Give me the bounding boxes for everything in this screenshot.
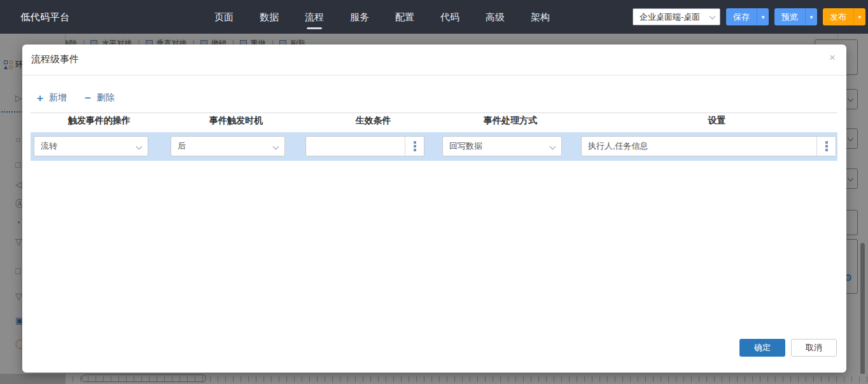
operation-select-value: 流转 — [41, 141, 57, 151]
topbar-actions: 企业桌面端-桌面 保存 ▾ 预览 ▾ 发布 ▾ — [633, 8, 865, 25]
save-button-group: 保存 ▾ — [726, 8, 769, 25]
close-icon[interactable]: × — [829, 52, 836, 63]
ellipsis-icon — [414, 141, 416, 144]
dialog-footer: 确定 取消 — [739, 339, 837, 357]
column-header-timing: 事件触发时机 — [179, 115, 293, 127]
save-button[interactable]: 保存 — [726, 8, 757, 25]
nav-item-data[interactable]: 数据 — [260, 0, 279, 34]
table-top-border — [31, 113, 837, 113]
timing-select-value: 后 — [178, 141, 186, 151]
add-row-label: 新增 — [49, 92, 67, 104]
save-dropdown-button[interactable]: ▾ — [757, 8, 769, 25]
nav-item-flow[interactable]: 流程 — [305, 0, 324, 34]
caret-down-icon: ▾ — [810, 14, 813, 20]
condition-input[interactable] — [306, 137, 405, 156]
operation-select[interactable]: 流转 — [34, 136, 148, 156]
publish-dropdown-button[interactable]: ▾ — [853, 8, 865, 25]
publish-button[interactable]: 发布 — [823, 8, 853, 25]
column-header-condition: 生效条件 — [314, 115, 433, 127]
chevron-down-icon — [550, 144, 556, 150]
handling-select[interactable]: 回写数据 — [442, 136, 562, 156]
settings-input-group — [581, 136, 836, 156]
caret-down-icon: ▾ — [858, 14, 862, 20]
minus-icon: − — [85, 93, 91, 104]
topbar: 低代码平台 页面 数据 流程 服务 配置 代码 高级 架构 企业桌面端-桌面 保… — [0, 0, 868, 34]
process-events-dialog: 流程级事件 × + 新增 − 删除 触发事件的操作 事件触发时机 生效条件 事件… — [22, 45, 846, 373]
main-nav: 页面 数据 流程 服务 配置 代码 高级 架构 — [214, 0, 550, 34]
nav-item-page[interactable]: 页面 — [214, 0, 234, 34]
preview-dropdown-button[interactable]: ▾ — [805, 8, 817, 25]
nav-item-config[interactable]: 配置 — [395, 0, 414, 34]
dialog-title: 流程级事件 — [31, 53, 79, 65]
app-screen: | 复制 | 删除 | 水平对接 | 垂直对接 | 撤销 | 重做 | 刷新 环… — [0, 0, 868, 384]
plus-icon: + — [37, 93, 43, 104]
handling-select-value: 回写数据 — [449, 141, 482, 151]
target-page-select[interactable]: 企业桌面端-桌面 — [633, 8, 720, 25]
cancel-button[interactable]: 取消 — [791, 339, 837, 357]
table-row[interactable]: 流转 后 回写数据 — [31, 132, 837, 161]
app-title: 低代码平台 — [20, 11, 70, 24]
chevron-down-icon — [273, 144, 279, 150]
target-page-select-value: 企业桌面端-桌面 — [640, 12, 700, 22]
caret-down-icon: ▾ — [762, 14, 765, 20]
ok-button[interactable]: 确定 — [739, 339, 785, 357]
nav-item-service[interactable]: 服务 — [350, 0, 369, 34]
dialog-toolbar: + 新增 − 删除 — [37, 92, 115, 104]
add-row-button[interactable]: + 新增 — [37, 92, 67, 104]
nav-item-advanced[interactable]: 高级 — [486, 0, 505, 34]
delete-row-button[interactable]: − 删除 — [85, 92, 115, 104]
preview-button-group: 预览 ▾ — [774, 8, 817, 25]
column-header-settings: 设置 — [589, 115, 844, 127]
delete-row-label: 删除 — [97, 92, 115, 104]
dialog-header-divider — [22, 75, 846, 76]
timing-select[interactable]: 后 — [171, 136, 285, 156]
settings-input[interactable] — [582, 137, 816, 156]
condition-more-button[interactable] — [405, 137, 424, 156]
preview-button[interactable]: 预览 — [774, 8, 805, 25]
nav-item-architecture[interactable]: 架构 — [531, 0, 550, 34]
column-header-handling: 事件处理方式 — [451, 115, 570, 127]
chevron-down-icon — [710, 13, 716, 20]
ellipsis-icon — [825, 141, 828, 144]
column-header-operation: 触发事件的操作 — [42, 115, 157, 127]
publish-button-group: 发布 ▾ — [823, 8, 865, 25]
settings-more-button[interactable] — [816, 137, 836, 156]
nav-item-code[interactable]: 代码 — [440, 0, 459, 34]
condition-input-group — [305, 136, 424, 156]
chevron-down-icon — [136, 144, 143, 150]
